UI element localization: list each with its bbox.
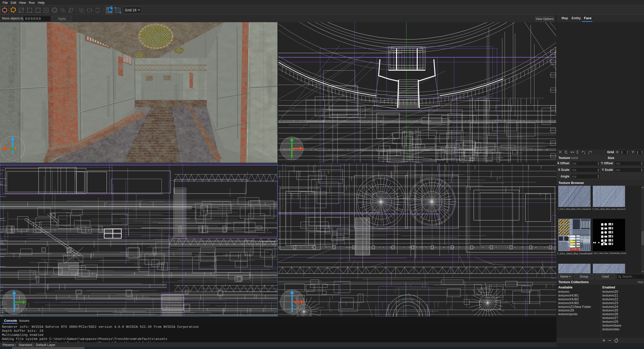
svg-text:Grid 16: Grid 16 bbox=[125, 8, 136, 12]
svg-text:*: * bbox=[560, 243, 561, 246]
